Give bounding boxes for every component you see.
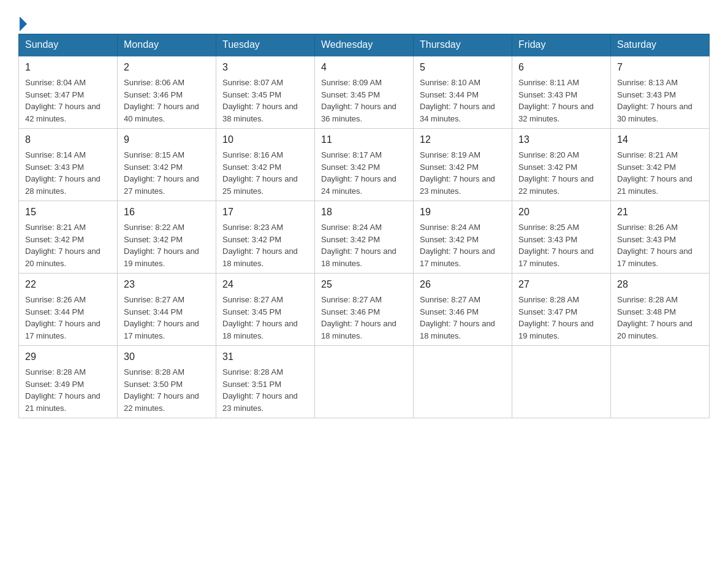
day-number: 29: [25, 350, 111, 364]
day-daylight: Daylight: 7 hours and 17 minutes.: [617, 247, 692, 268]
day-daylight: Daylight: 7 hours and 17 minutes.: [25, 319, 100, 340]
day-sunset: Sunset: 3:49 PM: [25, 380, 84, 389]
day-sunset: Sunset: 3:50 PM: [124, 380, 183, 389]
day-sunrise: Sunrise: 8:26 AM: [25, 295, 86, 304]
day-number: 15: [25, 205, 111, 220]
day-sunset: Sunset: 3:46 PM: [420, 307, 479, 316]
day-sunset: Sunset: 3:48 PM: [617, 307, 676, 316]
day-daylight: Daylight: 7 hours and 17 minutes.: [420, 247, 495, 268]
day-number: 23: [124, 277, 210, 292]
day-daylight: Daylight: 7 hours and 18 minutes.: [222, 247, 298, 268]
logo: [18, 12, 61, 28]
calendar-day-cell: 20 Sunrise: 8:25 AM Sunset: 3:43 PM Dayl…: [512, 201, 611, 274]
day-number: 22: [25, 277, 111, 292]
day-daylight: Daylight: 7 hours and 23 minutes.: [420, 174, 495, 196]
day-sunset: Sunset: 3:46 PM: [124, 90, 183, 99]
calendar-week-row: 8 Sunrise: 8:14 AM Sunset: 3:43 PM Dayli…: [19, 129, 710, 201]
day-sunrise: Sunrise: 8:16 AM: [222, 150, 283, 159]
day-daylight: Daylight: 7 hours and 38 minutes.: [222, 102, 298, 123]
day-number: 20: [518, 205, 604, 220]
day-number: 3: [222, 60, 308, 75]
day-sunset: Sunset: 3:43 PM: [518, 235, 577, 244]
day-daylight: Daylight: 7 hours and 19 minutes.: [124, 247, 199, 268]
day-sunset: Sunset: 3:44 PM: [420, 90, 479, 99]
day-sunrise: Sunrise: 8:04 AM: [25, 78, 86, 87]
page-header: [18, 12, 710, 28]
day-daylight: Daylight: 7 hours and 27 minutes.: [124, 174, 199, 196]
calendar-week-row: 29 Sunrise: 8:28 AM Sunset: 3:49 PM Dayl…: [19, 346, 710, 418]
day-sunrise: Sunrise: 8:21 AM: [25, 223, 86, 232]
calendar-day-cell: 5 Sunrise: 8:10 AM Sunset: 3:44 PM Dayli…: [414, 56, 512, 129]
calendar-week-row: 22 Sunrise: 8:26 AM Sunset: 3:44 PM Dayl…: [19, 274, 710, 346]
day-sunrise: Sunrise: 8:27 AM: [124, 295, 184, 304]
day-sunset: Sunset: 3:45 PM: [321, 90, 380, 99]
day-daylight: Daylight: 7 hours and 22 minutes.: [124, 391, 199, 413]
calendar-day-cell: 11 Sunrise: 8:17 AM Sunset: 3:42 PM Dayl…: [315, 129, 414, 201]
day-number: 24: [222, 277, 308, 292]
day-sunrise: Sunrise: 8:06 AM: [124, 78, 184, 87]
calendar-day-cell: 12 Sunrise: 8:19 AM Sunset: 3:42 PM Dayl…: [414, 129, 512, 201]
calendar-empty-cell: [315, 346, 414, 418]
day-daylight: Daylight: 7 hours and 18 minutes.: [321, 319, 396, 340]
day-sunrise: Sunrise: 8:21 AM: [617, 150, 678, 159]
day-daylight: Daylight: 7 hours and 36 minutes.: [321, 102, 396, 123]
day-sunset: Sunset: 3:42 PM: [222, 235, 281, 244]
day-number: 2: [124, 60, 210, 75]
day-sunrise: Sunrise: 8:28 AM: [518, 295, 579, 304]
calendar-header-tuesday: Tuesday: [216, 34, 315, 56]
day-sunrise: Sunrise: 8:19 AM: [420, 150, 480, 159]
day-sunset: Sunset: 3:44 PM: [25, 307, 84, 316]
day-daylight: Daylight: 7 hours and 20 minutes.: [617, 319, 692, 340]
day-sunset: Sunset: 3:43 PM: [617, 90, 676, 99]
calendar-day-cell: 22 Sunrise: 8:26 AM Sunset: 3:44 PM Dayl…: [19, 274, 118, 346]
day-daylight: Daylight: 7 hours and 25 minutes.: [222, 174, 298, 196]
day-sunrise: Sunrise: 8:11 AM: [518, 78, 579, 87]
day-sunrise: Sunrise: 8:27 AM: [420, 295, 480, 304]
day-sunset: Sunset: 3:42 PM: [25, 235, 84, 244]
day-sunset: Sunset: 3:43 PM: [25, 163, 84, 172]
day-number: 26: [420, 277, 506, 292]
day-sunrise: Sunrise: 8:20 AM: [518, 150, 579, 159]
calendar-day-cell: 24 Sunrise: 8:27 AM Sunset: 3:45 PM Dayl…: [216, 274, 315, 346]
day-sunrise: Sunrise: 8:24 AM: [321, 223, 382, 232]
day-number: 10: [222, 132, 308, 147]
day-daylight: Daylight: 7 hours and 28 minutes.: [25, 174, 100, 196]
calendar-header-wednesday: Wednesday: [315, 34, 414, 56]
calendar-day-cell: 15 Sunrise: 8:21 AM Sunset: 3:42 PM Dayl…: [19, 201, 118, 274]
day-sunrise: Sunrise: 8:24 AM: [420, 223, 480, 232]
day-sunset: Sunset: 3:42 PM: [617, 163, 676, 172]
calendar-day-cell: 21 Sunrise: 8:26 AM Sunset: 3:43 PM Dayl…: [611, 201, 710, 274]
day-number: 7: [617, 60, 703, 75]
calendar-day-cell: 30 Sunrise: 8:28 AM Sunset: 3:50 PM Dayl…: [118, 346, 216, 418]
calendar-day-cell: 10 Sunrise: 8:16 AM Sunset: 3:42 PM Dayl…: [216, 129, 315, 201]
day-sunrise: Sunrise: 8:07 AM: [222, 78, 283, 87]
day-sunrise: Sunrise: 8:10 AM: [420, 78, 480, 87]
calendar-table: SundayMondayTuesdayWednesdayThursdayFrid…: [18, 34, 710, 418]
day-daylight: Daylight: 7 hours and 17 minutes.: [518, 247, 594, 268]
calendar-day-cell: 19 Sunrise: 8:24 AM Sunset: 3:42 PM Dayl…: [414, 201, 512, 274]
calendar-day-cell: 18 Sunrise: 8:24 AM Sunset: 3:42 PM Dayl…: [315, 201, 414, 274]
calendar-empty-cell: [414, 346, 512, 418]
day-sunrise: Sunrise: 8:15 AM: [124, 150, 184, 159]
day-daylight: Daylight: 7 hours and 40 minutes.: [124, 102, 199, 123]
day-sunset: Sunset: 3:43 PM: [518, 90, 577, 99]
day-sunset: Sunset: 3:42 PM: [124, 235, 183, 244]
day-daylight: Daylight: 7 hours and 17 minutes.: [124, 319, 199, 340]
day-sunset: Sunset: 3:47 PM: [518, 307, 577, 316]
day-number: 5: [420, 60, 506, 75]
calendar-day-cell: 25 Sunrise: 8:27 AM Sunset: 3:46 PM Dayl…: [315, 274, 414, 346]
day-sunset: Sunset: 3:42 PM: [420, 235, 479, 244]
calendar-day-cell: 7 Sunrise: 8:13 AM Sunset: 3:43 PM Dayli…: [611, 56, 710, 129]
day-sunrise: Sunrise: 8:28 AM: [617, 295, 678, 304]
calendar-header-friday: Friday: [512, 34, 611, 56]
day-sunset: Sunset: 3:46 PM: [321, 307, 380, 316]
day-sunset: Sunset: 3:42 PM: [321, 235, 380, 244]
day-sunset: Sunset: 3:44 PM: [124, 307, 183, 316]
day-number: 21: [617, 205, 703, 220]
day-number: 11: [321, 132, 407, 147]
day-sunset: Sunset: 3:42 PM: [222, 163, 281, 172]
calendar-header-saturday: Saturday: [611, 34, 710, 56]
calendar-header-row: SundayMondayTuesdayWednesdayThursdayFrid…: [19, 34, 710, 56]
day-sunset: Sunset: 3:42 PM: [518, 163, 577, 172]
day-daylight: Daylight: 7 hours and 21 minutes.: [617, 174, 692, 196]
